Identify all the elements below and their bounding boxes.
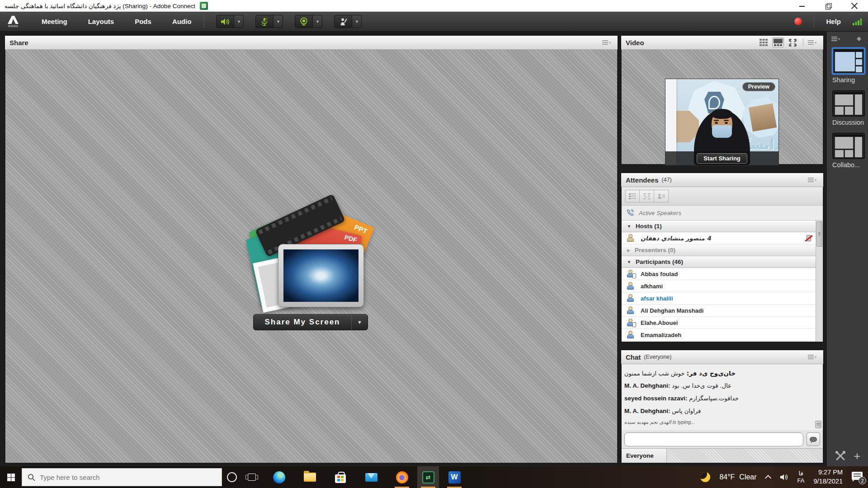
- cortana-button[interactable]: [222, 466, 242, 488]
- attendees-scrollbar-thumb[interactable]: [816, 221, 822, 247]
- participant-row[interactable]: Abbas foulad: [622, 268, 816, 280]
- participant-row[interactable]: Elahe.Abouei: [622, 317, 816, 329]
- webcam-button[interactable]: [295, 15, 313, 28]
- attendees-count: (47): [662, 177, 672, 183]
- webcam-dropdown[interactable]: ▼: [313, 15, 322, 28]
- recording-indicator-icon[interactable]: [794, 18, 802, 25]
- microphone-muted-button[interactable]: [255, 15, 274, 28]
- weather-widget[interactable]: 84°F Clear: [719, 473, 756, 481]
- taskbar-word[interactable]: W: [443, 466, 465, 488]
- chat-tab-bar: Everyone: [622, 448, 823, 463]
- time: 9:27 PM: [813, 468, 843, 477]
- language-indicator[interactable]: فا FA: [797, 470, 805, 485]
- search-input[interactable]: [40, 474, 203, 481]
- participant-row[interactable]: Ali Dehghan Manshadi: [622, 305, 816, 317]
- chat-scrollbar-thumb[interactable]: [815, 421, 821, 428]
- host-row[interactable]: 4 منصور منشادي دهقان: [622, 232, 816, 244]
- fullscreen-icon[interactable]: [787, 38, 798, 47]
- participant-row[interactable]: afkhami: [622, 280, 816, 292]
- layout-thumbnail-discussion[interactable]: [832, 90, 865, 117]
- header-separator: [803, 38, 803, 47]
- layout-thumbnail-sharing[interactable]: [832, 48, 865, 74]
- add-pod-icon[interactable]: +: [854, 450, 860, 462]
- task-view-button[interactable]: [242, 466, 262, 488]
- participants-section-header[interactable]: ▼ Participants (46): [622, 256, 823, 268]
- attendees-pod-menu-icon[interactable]: ▾: [808, 176, 819, 183]
- start-button[interactable]: [0, 466, 22, 488]
- tab-everyone[interactable]: Everyone: [622, 449, 667, 463]
- menu-meeting[interactable]: Meeting: [42, 18, 67, 25]
- clock[interactable]: 9:27 PM 9/18/2021: [813, 468, 843, 486]
- taskbar-mail[interactable]: [360, 466, 382, 488]
- status-dropdown[interactable]: ▼: [352, 15, 362, 28]
- taskbar-search[interactable]: [22, 468, 222, 486]
- set-status-button[interactable]: [334, 15, 352, 28]
- taskbar-microsoft-store[interactable]: [330, 466, 351, 488]
- chat-sender: seyed hossein razavi: [624, 395, 688, 402]
- close-button[interactable]: [851, 2, 858, 9]
- filmstrip-view-icon[interactable]: [772, 38, 784, 47]
- share-pod-menu-icon[interactable]: ▾: [602, 39, 613, 46]
- collapse-sidebar-icon[interactable]: [854, 37, 863, 41]
- menubar-separator: [814, 16, 814, 28]
- attendees-pod: Attendees (47) ▾ Active Speakers ▼ Hos: [621, 173, 824, 343]
- action-center-button[interactable]: 2: [852, 472, 863, 483]
- show-hidden-icons-chevron[interactable]: [765, 475, 771, 481]
- layout-label-sharing[interactable]: Sharing: [832, 76, 855, 84]
- taskbar-file-explorer[interactable]: [299, 466, 321, 488]
- grid-view-icon[interactable]: [758, 38, 769, 47]
- chat-bubble-icon: [810, 437, 817, 442]
- weather-moon-icon[interactable]: [700, 472, 710, 482]
- attendees-pod-header: Attendees (47) ▾: [621, 173, 823, 187]
- layout-label-collaboration[interactable]: Collabo...: [832, 161, 860, 169]
- presenters-section-header[interactable]: ▶ Presenters (0): [622, 244, 823, 256]
- speaker-icon: [220, 17, 230, 26]
- taskbar-edge[interactable]: [268, 466, 290, 488]
- restore-button[interactable]: [825, 2, 832, 9]
- speaker-button[interactable]: [216, 15, 234, 28]
- sidebar-menu-icon[interactable]: ▾: [831, 35, 842, 42]
- webcam-preview: دانشگاه Start Sharing Preview: [665, 79, 779, 165]
- chat-scope: (Everyone): [644, 354, 671, 360]
- volume-icon[interactable]: [779, 473, 788, 481]
- menu-pods[interactable]: Pods: [135, 18, 151, 25]
- chat-messages: خان‌ی‌وح ی‌د فر خوش شب ازشما ممنون M. A.…: [622, 364, 823, 430]
- send-message-button[interactable]: [807, 432, 820, 446]
- monitor-icon: [278, 244, 364, 307]
- connection-status-icon[interactable]: [853, 18, 862, 25]
- hosts-section-header[interactable]: ▼ Hosts (1): [622, 221, 823, 232]
- layout-thumbnail-collaboration[interactable]: [832, 133, 865, 159]
- mail-icon: [365, 473, 377, 482]
- status-view-icon[interactable]: [654, 190, 669, 202]
- attendee-list-view-icon[interactable]: [625, 190, 640, 202]
- host-icon: [626, 234, 635, 243]
- video-pod: Video ▾: [621, 35, 824, 165]
- chat-pod-menu-icon[interactable]: ▾: [808, 353, 819, 361]
- speaker-dropdown[interactable]: ▼: [234, 15, 244, 28]
- participant-icon: [626, 330, 635, 339]
- participant-row[interactable]: afsar khalili: [622, 292, 816, 305]
- video-pod-title: Video: [626, 39, 644, 47]
- attendees-scrollbar[interactable]: [816, 221, 823, 342]
- minimize-button[interactable]: [798, 2, 806, 9]
- pod-options-wrench-icon[interactable]: [835, 450, 846, 462]
- active-speakers-label: Active Speakers: [639, 210, 681, 216]
- taskbar-firefox[interactable]: [391, 466, 413, 488]
- chat-input[interactable]: [624, 432, 803, 446]
- taskbar-adobe-connect[interactable]: ⇄: [417, 466, 439, 488]
- expand-triangle-icon: ▶: [627, 248, 630, 253]
- share-options-dropdown[interactable]: ▼: [351, 314, 368, 330]
- start-sharing-button[interactable]: Start Sharing: [697, 153, 747, 164]
- menu-audio[interactable]: Audio: [172, 18, 192, 25]
- breakout-view-icon[interactable]: [640, 190, 654, 202]
- participant-row[interactable]: Emamalizadeh: [622, 329, 816, 341]
- layout-label-discussion[interactable]: Discussion: [832, 119, 864, 126]
- video-pod-menu-icon[interactable]: ▾: [808, 39, 819, 46]
- microphone-dropdown[interactable]: ▼: [274, 15, 283, 28]
- adobe-logo: Adobe: [5, 15, 21, 28]
- task-view-icon: [248, 474, 256, 481]
- help-menu[interactable]: Help: [826, 18, 841, 25]
- share-my-screen-button[interactable]: Share My Screen ▼: [253, 314, 368, 330]
- chat-message: seyed hossein razavi خداقوت.سپاسگزارم: [624, 395, 814, 402]
- menu-layouts[interactable]: Layouts: [88, 18, 114, 25]
